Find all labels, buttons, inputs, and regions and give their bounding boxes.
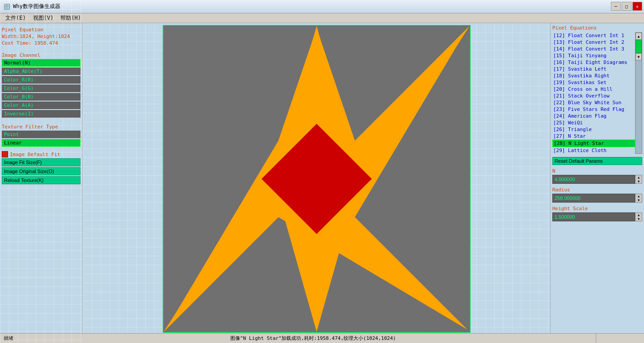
eq-15[interactable]: [15] Taiji Yinyang <box>552 52 635 59</box>
eq-12[interactable]: [12] Float Convert Int 1 <box>552 32 635 39</box>
param-height-scale-input-row: ▲ ▼ <box>552 212 642 221</box>
eq-19[interactable]: [19] Svastikas Set <box>552 79 635 86</box>
param-radius-spin[interactable]: ▲ ▼ <box>635 194 642 203</box>
menu-file[interactable]: 文件(E) <box>2 13 30 23</box>
scroll-down-button[interactable]: ▼ <box>636 53 642 60</box>
left-panel: Pixel Equation Width:1024, Height:1024 C… <box>0 23 83 333</box>
filter-linear[interactable]: Linear <box>2 139 80 147</box>
width-height-value: Width:1024, Height:1024 <box>2 34 80 39</box>
param-radius-down[interactable]: ▼ <box>636 198 642 202</box>
filter-point[interactable]: Point <box>2 131 80 138</box>
eq-23[interactable]: [23] Five Stars Red Flag <box>552 106 635 113</box>
eq-16[interactable]: [16] Taiji Eight Diagrams <box>552 59 635 66</box>
param-height-scale-up[interactable]: ▲ <box>636 213 642 217</box>
eq-26[interactable]: [26] Triangle <box>552 126 635 133</box>
param-n-input[interactable] <box>552 175 635 184</box>
param-height-scale-spin[interactable]: ▲ ▼ <box>635 212 642 221</box>
param-n-input-row: ▲ ▼ <box>552 175 642 184</box>
reload-texture-button[interactable]: Reload Texture(K) <box>2 176 80 184</box>
app-icon: 🔢 <box>4 4 10 10</box>
channel-color-r[interactable]: Color_R(R) <box>2 76 80 84</box>
param-radius-input-row: ▲ ▼ <box>552 194 642 203</box>
eq-14[interactable]: [14] Float Convert Int 3 <box>552 46 635 52</box>
close-button[interactable]: ✕ <box>632 2 642 11</box>
right-panel: Pixel Equations [12] Float Convert Int 1… <box>550 23 644 333</box>
channel-color-b[interactable]: Color_B(B) <box>2 93 80 101</box>
param-radius-up[interactable]: ▲ <box>636 194 642 198</box>
scroll-up-button[interactable]: ▲ <box>636 33 642 40</box>
eq-20[interactable]: [20] Cross on a Hill <box>552 86 635 93</box>
minimize-button[interactable]: ─ <box>611 2 621 11</box>
eq-25[interactable]: [25] WeiQi <box>552 119 635 126</box>
param-height-scale-down[interactable]: ▼ <box>636 217 642 221</box>
image-default-fit-row: Image Default Fit <box>2 151 80 157</box>
image-channel-label: Image Channel <box>2 52 80 58</box>
status-bar: 就绪 图像"N Light Star"加载成功,耗时:1958.474,纹理大小… <box>0 333 644 343</box>
param-height-scale-label: Height Scale <box>552 206 642 212</box>
maximize-button[interactable]: □ <box>622 2 631 11</box>
eq-21[interactable]: [21] Stack Overflow <box>552 93 635 99</box>
scroll-thumb[interactable] <box>636 40 642 53</box>
eq-29[interactable]: [29] Lattice Cloth <box>552 147 635 154</box>
channel-inverse[interactable]: Inverse(I) <box>2 110 80 118</box>
eq-27[interactable]: [27] N Star <box>552 133 635 140</box>
cost-time-value: Cost Time: 1958.474 <box>2 40 80 46</box>
image-default-fit-checkbox[interactable] <box>2 151 8 157</box>
param-radius-input[interactable] <box>552 194 635 203</box>
pixel-equation-label: Pixel Equation <box>2 27 80 33</box>
equations-list: [12] Float Convert Int 1 [13] Float Conv… <box>552 32 635 154</box>
equations-scrollbar[interactable]: ▲ ▼ <box>635 32 642 154</box>
param-n-spin[interactable]: ▲ ▼ <box>635 175 642 184</box>
star-image <box>164 26 470 332</box>
menu-help[interactable]: 帮助(H) <box>57 13 85 23</box>
channel-alpha[interactable]: Alpha_Able(T) <box>2 68 80 75</box>
equations-list-container: [12] Float Convert Int 1 [13] Float Conv… <box>552 32 642 154</box>
eq-22[interactable]: [22] Blue Sky White Sun <box>552 99 635 106</box>
channel-color-a[interactable]: Color_A(A) <box>2 102 80 109</box>
texture-filter-label: Texture Filter Type <box>2 124 80 130</box>
param-radius-label: Radius <box>552 187 642 193</box>
param-height-scale-input[interactable] <box>552 212 635 221</box>
canvas-area <box>83 23 550 333</box>
reset-params-button[interactable]: Reset Default Params <box>552 157 642 165</box>
param-n-down[interactable]: ▼ <box>636 179 642 183</box>
status-message: 图像"N Light Star"加载成功,耗时:1958.474,纹理大小(10… <box>30 335 596 342</box>
param-n-label: N <box>552 168 642 174</box>
param-height-scale-section: Height Scale ▲ ▼ <box>552 206 642 221</box>
eq-13[interactable]: [13] Float Convert Int 2 <box>552 39 635 46</box>
eq-24[interactable]: [24] American Flag <box>552 113 635 119</box>
eq-28[interactable]: [28] N Light Star <box>552 140 635 147</box>
param-n-section: N ▲ ▼ <box>552 168 642 184</box>
eq-17[interactable]: [17] Svastika Left <box>552 66 635 72</box>
param-radius-section: Radius ▲ ▼ <box>552 187 642 203</box>
eq-18[interactable]: [18] Svastika Right <box>552 72 635 79</box>
image-default-fit-label: Image Default Fit <box>10 152 60 157</box>
param-n-up[interactable]: ▲ <box>636 175 642 179</box>
main-layout: Pixel Equation Width:1024, Height:1024 C… <box>0 23 644 333</box>
status-right <box>596 334 640 343</box>
window-controls: ─ □ ✕ <box>611 2 642 11</box>
title-bar: 🔢 Why数学图像生成器 ─ □ ✕ <box>0 0 644 13</box>
menu-bar: 文件(E) 视图(V) 帮助(H) <box>0 13 644 23</box>
channel-color-g[interactable]: Color_G(G) <box>2 85 80 92</box>
image-canvas <box>163 25 470 333</box>
pixel-equations-label: Pixel Equations <box>552 25 642 31</box>
channel-normal[interactable]: Normal(N) <box>2 59 80 67</box>
menu-view[interactable]: 视图(V) <box>30 13 57 23</box>
status-ready: 就绪 <box>4 335 30 342</box>
image-fit-size-button[interactable]: Image Fit Size(F) <box>2 158 80 166</box>
title-text: Why数学图像生成器 <box>13 3 640 10</box>
image-original-size-button[interactable]: Image Original Size(O) <box>2 167 80 175</box>
